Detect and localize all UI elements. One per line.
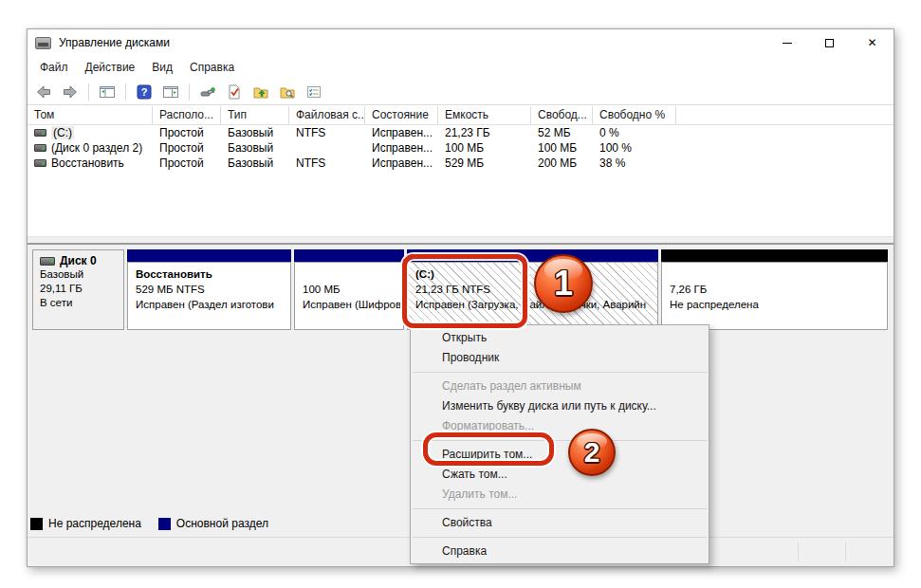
menu-item-shrink-volume[interactable]: Сжать том... xyxy=(411,465,709,485)
partition-unallocated[interactable]: 7,26 ГБ Не распределена xyxy=(661,249,888,330)
partition-size: 7,26 ГБ xyxy=(670,282,879,297)
menu-bar: Файл Действие Вид Справка xyxy=(28,56,893,79)
toolbar-separator xyxy=(88,83,89,101)
minimize-button[interactable] xyxy=(765,29,808,56)
partition-type-band xyxy=(127,249,291,262)
legend-primary-swatch xyxy=(158,518,171,530)
disk-0-header[interactable]: Диск 0 Базовый 29,11 ГБ В сети xyxy=(32,249,124,330)
table-row[interactable]: (Диск 0 раздел 2) Простой Базовый Исправ… xyxy=(28,140,893,156)
step-badge-2: 2 xyxy=(568,429,616,476)
volume-icon xyxy=(34,129,46,137)
disk-status: В сети xyxy=(40,296,117,310)
forward-arrow-icon[interactable] xyxy=(60,82,81,102)
partition-recovery[interactable]: Восстановить 529 МБ NTFS Исправен (Разде… xyxy=(127,249,291,330)
pane-splitter[interactable] xyxy=(28,236,893,245)
cell-free: 52 МБ xyxy=(531,126,593,139)
cell-capacity: 529 МБ xyxy=(438,156,531,170)
menu-item-explorer[interactable]: Проводник xyxy=(411,348,709,368)
column-header-type[interactable]: Тип xyxy=(221,106,289,124)
cell-status: Исправен... xyxy=(365,156,438,170)
menu-action[interactable]: Действие xyxy=(77,58,144,77)
menu-item-properties[interactable]: Свойства xyxy=(411,513,709,533)
column-header-free-percent[interactable]: Свободно % xyxy=(593,106,676,124)
partition-title: Восстановить xyxy=(136,266,283,282)
partition-size: 529 МБ NTFS xyxy=(136,282,283,297)
partition-type-band xyxy=(661,249,888,262)
screenshot-canvas: Управление дисками ✕ Файл Действие Вид С… xyxy=(0,0,921,588)
toolbar: ? xyxy=(28,79,893,105)
partition-status: Исправен (Шифров xyxy=(303,297,396,312)
window-title: Управление дисками xyxy=(59,36,170,49)
statusbar-divider xyxy=(845,542,846,561)
maximize-icon xyxy=(825,39,834,47)
partition-efi[interactable]: 100 МБ Исправен (Шифров xyxy=(294,249,404,330)
menu-separator xyxy=(413,508,707,509)
disk-name: Диск 0 xyxy=(60,254,97,267)
partition-type-band xyxy=(294,249,404,262)
column-header-filesystem[interactable]: Файловая с... xyxy=(289,106,365,124)
action-pane-icon[interactable] xyxy=(160,82,181,102)
menu-view[interactable]: Вид xyxy=(143,58,181,77)
volume-name: (Диск 0 раздел 2) xyxy=(51,141,142,155)
close-button[interactable]: ✕ xyxy=(851,29,893,56)
minimize-icon xyxy=(783,43,792,44)
cell-free-percent: 100 % xyxy=(593,141,676,155)
cell-location: Простой xyxy=(153,126,221,139)
cell-location: Простой xyxy=(153,141,221,155)
folder-search-icon[interactable] xyxy=(277,82,298,102)
volume-list-pane: Том Располо... Тип Файловая с... Состоян… xyxy=(28,106,893,236)
column-header-volume[interactable]: Том xyxy=(28,106,153,124)
cell-filesystem: NTFS xyxy=(289,126,365,139)
cell-type: Базовый xyxy=(221,141,289,155)
partition-title xyxy=(303,266,396,282)
menu-help[interactable]: Справка xyxy=(181,58,243,77)
menu-item-open[interactable]: Открыть xyxy=(411,328,709,348)
cell-free-percent: 38 % xyxy=(593,156,676,170)
task-list-icon[interactable] xyxy=(304,82,324,102)
menu-item-change-letter[interactable]: Изменить букву диска или путь к диску... xyxy=(411,396,709,416)
menu-separator xyxy=(413,537,707,538)
window-controls: ✕ xyxy=(765,29,893,56)
disk-type: Базовый xyxy=(40,267,117,282)
cell-free: 100 МБ xyxy=(531,141,593,155)
column-header-free[interactable]: Свобод... xyxy=(531,106,593,124)
cell-status: Исправен... xyxy=(365,126,438,139)
volume-name: (C:) xyxy=(51,126,74,139)
volume-name: Восстановить xyxy=(51,156,124,170)
back-arrow-icon[interactable] xyxy=(33,82,54,102)
column-header-location[interactable]: Располо... xyxy=(153,106,221,124)
app-icon xyxy=(35,37,51,49)
partition-title xyxy=(670,266,879,282)
check-document-icon[interactable] xyxy=(224,82,245,102)
column-header-capacity[interactable]: Емкость xyxy=(438,106,531,124)
remote-tool-icon[interactable] xyxy=(197,82,218,102)
step-badge-1: 1 xyxy=(534,254,593,313)
cell-status: Исправен... xyxy=(365,141,438,155)
folder-up-icon[interactable] xyxy=(250,82,271,102)
menu-file[interactable]: Файл xyxy=(31,58,77,77)
column-header-status[interactable]: Состояние xyxy=(365,106,438,124)
cell-free-percent: 0 % xyxy=(593,126,676,139)
cell-free: 200 МБ xyxy=(531,156,593,170)
partition-size: 100 МБ xyxy=(303,282,396,297)
partition-status: Исправен (Раздел изготови xyxy=(136,297,283,312)
toolbar-separator xyxy=(189,83,190,101)
disk-icon xyxy=(40,257,55,266)
close-icon: ✕ xyxy=(867,36,876,49)
table-row[interactable]: Восстановить Простой Базовый NTFS Исправ… xyxy=(28,156,893,171)
disk-size: 29,11 ГБ xyxy=(40,282,117,296)
cell-location: Простой xyxy=(153,156,221,170)
menu-separator xyxy=(413,372,707,373)
statusbar-divider xyxy=(798,542,799,561)
cell-filesystem: NTFS xyxy=(289,156,365,170)
menu-item-help[interactable]: Справка xyxy=(411,542,709,561)
table-row[interactable]: (C:) Простой Базовый NTFS Исправен... 21… xyxy=(28,125,893,140)
maximize-button[interactable] xyxy=(808,29,851,56)
title-bar: Управление дисками ✕ xyxy=(28,29,893,56)
cell-capacity: 100 МБ xyxy=(438,141,531,155)
menu-item-mark-active: Сделать раздел активным xyxy=(411,377,709,396)
help-icon[interactable]: ? xyxy=(134,82,155,102)
console-tree-icon[interactable] xyxy=(97,82,118,102)
cell-type: Базовый xyxy=(221,126,289,139)
legend-unallocated-swatch xyxy=(30,518,43,530)
